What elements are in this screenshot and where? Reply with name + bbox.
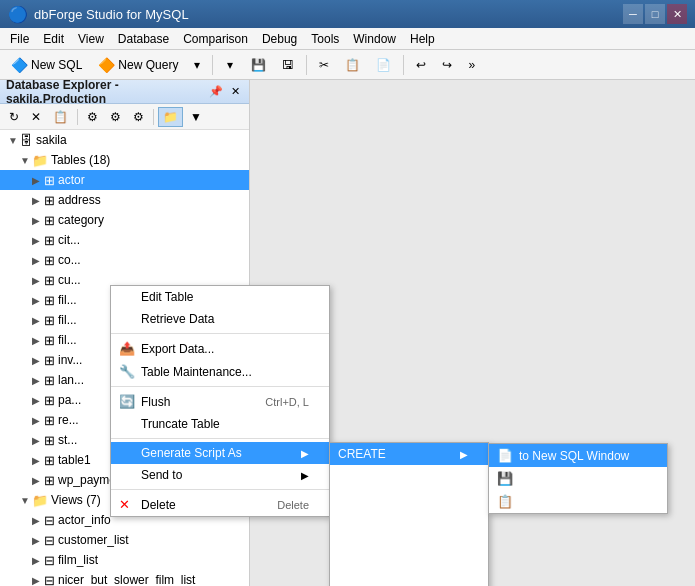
tree-arrow-address[interactable]: ▶: [32, 195, 44, 206]
create-to-clipboard[interactable]: 📋 to Clipboard: [489, 490, 667, 513]
tree-arrow-customer[interactable]: ▶: [32, 275, 44, 286]
tree-arrow-tables[interactable]: ▼: [20, 155, 32, 166]
refresh-btn[interactable]: ↻: [4, 107, 24, 127]
table-icon-address: ⊞: [44, 193, 55, 208]
create-new-sql-window[interactable]: 📄 to New SQL Window: [489, 444, 667, 467]
tree-label-inventory: inv...: [58, 353, 82, 367]
submenu-create[interactable]: CREATE ▶ 📄 to New SQL Window 💾 to File..…: [330, 443, 488, 465]
menu-help[interactable]: Help: [404, 30, 441, 48]
ctx-sep-3: [111, 438, 329, 439]
tree-item-sakila[interactable]: ▼ 🗄 sakila: [0, 130, 249, 150]
menu-edit[interactable]: Edit: [37, 30, 70, 48]
filter-btn2[interactable]: ⚙: [105, 107, 126, 127]
submenu-drop-create[interactable]: DROP and CREATE ▶: [330, 487, 488, 509]
ctx-generate-script[interactable]: Generate Script As ▶ CREATE ▶ 📄 to New S…: [111, 442, 329, 464]
tree-arrow-film3[interactable]: ▶: [32, 335, 44, 346]
explorer-close-button[interactable]: ✕: [228, 84, 243, 99]
submenu-delete[interactable]: DELETE ▶: [330, 575, 488, 586]
tree-item-actor[interactable]: ▶ ⊞ actor: [0, 170, 249, 190]
tree-item-category[interactable]: ▶ ⊞ category: [0, 210, 249, 230]
tree-arrow-category[interactable]: ▶: [32, 215, 44, 226]
pin-button[interactable]: 📌: [206, 84, 226, 99]
view-toggle-btn[interactable]: 📁: [158, 107, 183, 127]
tree-item-tables[interactable]: ▼ 📁 Tables (18): [0, 150, 249, 170]
toolbar-more-btn[interactable]: »: [461, 54, 482, 76]
close-btn[interactable]: ✕: [667, 4, 687, 24]
tree-arrow-customer-list[interactable]: ▶: [32, 535, 44, 546]
minimize-btn[interactable]: ─: [623, 4, 643, 24]
explorer-toolbar: ↻ ✕ 📋 ⚙ ⚙ ⚙ 📁 ▼: [0, 104, 249, 130]
copy-btn[interactable]: 📋: [338, 54, 367, 76]
tree-arrow-nicer-film[interactable]: ▶: [32, 575, 44, 586]
title-controls: ─ □ ✕: [623, 4, 687, 24]
toolbar-arrow-btn[interactable]: ▾: [187, 54, 207, 76]
save-btn[interactable]: 💾: [244, 54, 273, 76]
delete-btn[interactable]: ✕: [26, 107, 46, 127]
new-sql-window-icon: 📄: [497, 448, 513, 463]
ctx-flush[interactable]: 🔄 Flush Ctrl+D, L: [111, 390, 329, 413]
new-sql-button[interactable]: 🔷 New SQL: [4, 53, 89, 77]
cut-btn[interactable]: ✂: [312, 54, 336, 76]
tree-arrow-inventory[interactable]: ▶: [32, 355, 44, 366]
tree-arrow-wp[interactable]: ▶: [32, 475, 44, 486]
menu-window[interactable]: Window: [347, 30, 402, 48]
paste-btn[interactable]: 📄: [369, 54, 398, 76]
tree-item-city[interactable]: ▶ ⊞ cit...: [0, 230, 249, 250]
menu-tools[interactable]: Tools: [305, 30, 345, 48]
view-icon-nicer-film: ⊟: [44, 573, 55, 587]
view-icon-actor-info: ⊟: [44, 513, 55, 528]
filter-btn3[interactable]: ⚙: [128, 107, 149, 127]
tree-arrow-sakila[interactable]: ▼: [8, 135, 20, 146]
maximize-btn[interactable]: □: [645, 4, 665, 24]
filter-btn1[interactable]: ⚙: [82, 107, 103, 127]
table-icon-category: ⊞: [44, 213, 55, 228]
menu-file[interactable]: File: [4, 30, 35, 48]
tree-arrow-film2[interactable]: ▶: [32, 315, 44, 326]
tree-arrow-views[interactable]: ▼: [20, 495, 32, 506]
drop-create-arrow: ▶: [460, 493, 468, 504]
view-icon-film-list: ⊟: [44, 553, 55, 568]
tree-item-nicer-film[interactable]: ▶ ⊟ nicer_but_slower_film_list: [0, 570, 249, 586]
ctx-truncate[interactable]: Truncate Table: [111, 413, 329, 435]
tree-arrow-rental[interactable]: ▶: [32, 415, 44, 426]
menu-debug[interactable]: Debug: [256, 30, 303, 48]
tree-item-film-list[interactable]: ▶ ⊟ film_list: [0, 550, 249, 570]
submenu-select[interactable]: SELECT ▶: [330, 509, 488, 531]
menu-database[interactable]: Database: [112, 30, 175, 48]
filter-dropdown-btn[interactable]: ▼: [185, 107, 207, 127]
submenu-insert[interactable]: INSERT ▶: [330, 531, 488, 553]
tree-arrow-staff[interactable]: ▶: [32, 435, 44, 446]
submenu-drop[interactable]: DROP ▶: [330, 465, 488, 487]
undo-btn[interactable]: ↩: [409, 54, 433, 76]
tree-label-film-list: film_list: [58, 553, 98, 567]
ctx-delete[interactable]: ✕ Delete Delete: [111, 493, 329, 516]
tree-arrow-film1[interactable]: ▶: [32, 295, 44, 306]
menu-view[interactable]: View: [72, 30, 110, 48]
ctx-edit-table[interactable]: Edit Table: [111, 286, 329, 308]
tree-arrow-table1[interactable]: ▶: [32, 455, 44, 466]
menu-comparison[interactable]: Comparison: [177, 30, 254, 48]
submenu-update[interactable]: UPDATE ▶: [330, 553, 488, 575]
tree-arrow-film-list[interactable]: ▶: [32, 555, 44, 566]
table-icon-table1: ⊞: [44, 453, 55, 468]
tree-arrow-city[interactable]: ▶: [32, 235, 44, 246]
tree-item-country[interactable]: ▶ ⊞ co...: [0, 250, 249, 270]
tree-arrow-actor-info[interactable]: ▶: [32, 515, 44, 526]
ctx-table-maintenance[interactable]: 🔧 Table Maintenance...: [111, 360, 329, 383]
submenu-generate: CREATE ▶ 📄 to New SQL Window 💾 to File..…: [329, 442, 489, 586]
tree-item-customer-list[interactable]: ▶ ⊟ customer_list: [0, 530, 249, 550]
ctx-export-data[interactable]: 📤 Export Data...: [111, 337, 329, 360]
toolbar-extra-btn[interactable]: ▾: [218, 54, 242, 76]
tree-arrow-country[interactable]: ▶: [32, 255, 44, 266]
create-to-file[interactable]: 💾 to File...: [489, 467, 667, 490]
tree-arrow-language[interactable]: ▶: [32, 375, 44, 386]
tree-item-address[interactable]: ▶ ⊞ address: [0, 190, 249, 210]
clone-btn[interactable]: 📋: [48, 107, 73, 127]
ctx-send-to[interactable]: Send to ▶: [111, 464, 329, 486]
redo-btn[interactable]: ↪: [435, 54, 459, 76]
new-query-button[interactable]: 🔶 New Query: [91, 53, 185, 77]
tree-arrow-actor[interactable]: ▶: [32, 175, 44, 186]
tree-arrow-payment[interactable]: ▶: [32, 395, 44, 406]
save-all-btn[interactable]: 🖫: [275, 54, 301, 76]
ctx-retrieve-data[interactable]: Retrieve Data: [111, 308, 329, 330]
